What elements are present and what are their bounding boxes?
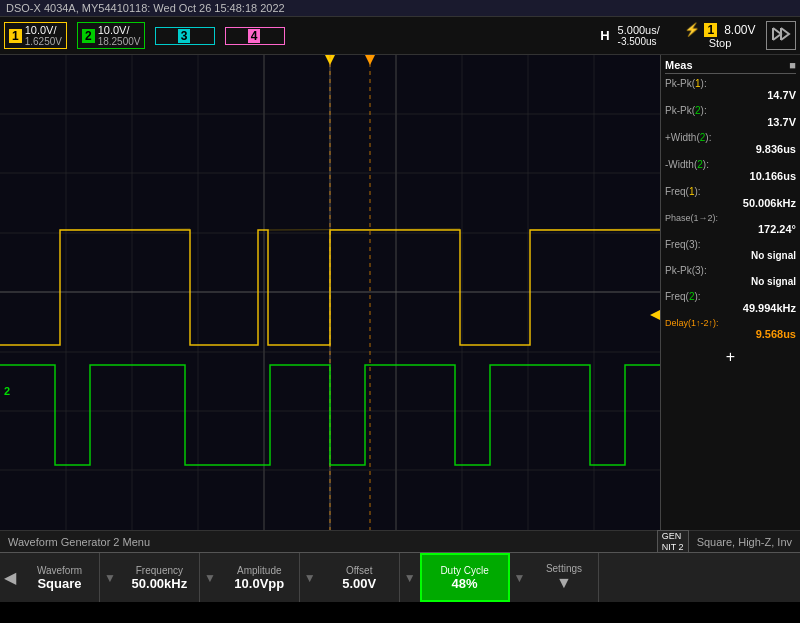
- meas-delay: Delay(1↑-2↑): 9.568us: [665, 318, 796, 340]
- trigger-block: ⚡ 1 8.00V Stop: [680, 22, 760, 49]
- ch1-volts: 10.0V/: [25, 24, 62, 36]
- amplitude-button[interactable]: Amplitude 10.0Vpp: [220, 553, 300, 602]
- title-bar: DSO-X 4034A, MY54410118: Wed Oct 26 15:4…: [0, 0, 800, 17]
- channel-4-block[interactable]: 4: [225, 27, 285, 45]
- channel-3-block[interactable]: 3: [155, 27, 215, 45]
- main-area: 2 Meas ■ Pk-Pk(1): 14.7V Pk-Pk(2): 13.7V…: [0, 55, 800, 530]
- waveform-arrow[interactable]: ▼: [100, 553, 120, 602]
- ch1-number: 1: [9, 29, 22, 43]
- trigger-voltage: 8.00V: [724, 23, 755, 37]
- toolbar-prev-arrow[interactable]: ◀: [0, 553, 20, 602]
- svg-text:2: 2: [4, 385, 10, 397]
- meas-pk-pk-1: Pk-Pk(1): 14.7V: [665, 78, 796, 101]
- duty-cycle-label: Duty Cycle: [440, 565, 488, 576]
- meas-phase-1-2: Phase(1→2): 172.24°: [665, 213, 796, 235]
- status-right: Square, High-Z, Inv: [697, 536, 792, 548]
- offset-arrow[interactable]: ▼: [400, 553, 420, 602]
- meas-freq-1: Freq(1): 50.006kHz: [665, 186, 796, 209]
- channel-2-block[interactable]: 2 10.0V/ 18.2500V: [77, 22, 146, 49]
- bottom-toolbar: ◀ Waveform Square ▼ Frequency 50.00kHz ▼…: [0, 552, 800, 602]
- frequency-value: 50.00kHz: [132, 576, 188, 591]
- ch3-number: 3: [178, 29, 191, 43]
- meas-freq-2: Freq(2): 49.994kHz: [665, 291, 796, 314]
- title-text: DSO-X 4034A, MY54410118: Wed Oct 26 15:4…: [6, 2, 285, 14]
- h-time: 5.000us/: [618, 24, 660, 36]
- trigger-ch-num: 1: [704, 23, 717, 37]
- ch2-volts: 10.0V/: [98, 24, 141, 36]
- amplitude-arrow[interactable]: ▼: [300, 553, 320, 602]
- frequency-button[interactable]: Frequency 50.00kHz: [120, 553, 200, 602]
- meas-width-neg-2: -Width(2): 10.166us: [665, 159, 796, 182]
- channel-1-block[interactable]: 1 10.0V/ 1.6250V: [4, 22, 67, 49]
- duty-cycle-value: 48%: [452, 576, 478, 591]
- settings-arrow-icon: ▼: [556, 574, 572, 592]
- trigger-symbol: ⚡: [684, 22, 700, 37]
- duty-cycle-button[interactable]: Duty Cycle 48%: [420, 553, 510, 602]
- scope-display: 2: [0, 55, 660, 530]
- amplitude-value: 10.0Vpp: [234, 576, 284, 591]
- offset-value: 5.00V: [342, 576, 376, 591]
- h-offset: -3.500us: [618, 36, 660, 47]
- meas-title: Meas ■: [665, 59, 796, 74]
- h-label: H: [600, 28, 609, 43]
- ch1-offset: 1.6250V: [25, 36, 62, 47]
- run-mode-icon: [766, 21, 796, 50]
- amplitude-label: Amplitude: [237, 565, 281, 576]
- trigger-status: Stop: [709, 37, 732, 49]
- ch4-number: 4: [248, 29, 261, 43]
- offset-button[interactable]: Offset 5.00V: [320, 553, 400, 602]
- channel-header: 1 10.0V/ 1.6250V 2 10.0V/ 18.2500V 3 4: [0, 17, 800, 55]
- waveform-value: Square: [37, 576, 81, 591]
- settings-label: Settings: [546, 563, 582, 574]
- meas-pk-pk-3: Pk-Pk(3): No signal: [665, 265, 796, 287]
- waveform-label: Waveform: [37, 565, 82, 576]
- status-bar: Waveform Generator 2 Menu GENNIT 2 Squar…: [0, 530, 800, 552]
- ch2-number: 2: [82, 29, 95, 43]
- meas-add-button[interactable]: +: [665, 348, 796, 366]
- meas-width-pos-2: +Width(2): 9.836us: [665, 132, 796, 155]
- frequency-label: Frequency: [136, 565, 183, 576]
- offset-label: Offset: [346, 565, 373, 576]
- waveform-button[interactable]: Waveform Square: [20, 553, 100, 602]
- settings-button[interactable]: Settings ▼: [529, 553, 599, 602]
- ch2-offset: 18.2500V: [98, 36, 141, 47]
- gen-label: GENNIT 2: [657, 530, 689, 554]
- status-left: Waveform Generator 2 Menu: [8, 536, 150, 548]
- meas-pk-pk-2: Pk-Pk(2): 13.7V: [665, 105, 796, 128]
- measurements-panel: Meas ■ Pk-Pk(1): 14.7V Pk-Pk(2): 13.7V +…: [660, 55, 800, 530]
- frequency-arrow[interactable]: ▼: [200, 553, 220, 602]
- duty-arrow[interactable]: ▼: [510, 553, 530, 602]
- horizontal-block: H 5.000us/ -3.500us: [590, 24, 670, 47]
- meas-freq-3: Freq(3): No signal: [665, 239, 796, 261]
